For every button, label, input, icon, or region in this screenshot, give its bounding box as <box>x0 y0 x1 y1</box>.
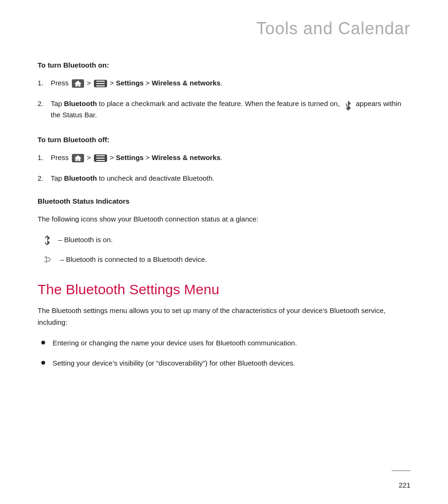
bt-on-icon <box>42 235 53 245</box>
step-off-2-content: Tap Bluetooth to uncheck and deactivate … <box>51 173 410 184</box>
settings-label: Settings <box>116 79 144 87</box>
bullet-dot-1 <box>41 341 45 344</box>
turn-off-step-1: 1. Press > > Settings > Wireless & <box>38 152 410 163</box>
settings-label-2: Settings <box>116 153 144 161</box>
svg-point-12 <box>48 260 50 261</box>
bluetooth-label-1: Bluetooth <box>64 99 97 107</box>
bottom-line <box>392 470 410 471</box>
svg-rect-2 <box>96 85 105 86</box>
svg-point-10 <box>48 257 50 259</box>
status-indicators-intro: The following icons show your Bluetooth … <box>38 214 410 225</box>
bt-connected-label: – Bluetooth is connected to a Bluetooth … <box>60 255 207 263</box>
page-number: 221 <box>399 481 410 489</box>
settings-menu-body: The Bluetooth settings menu allows you t… <box>38 305 410 328</box>
menu-button-icon-2 <box>94 154 107 162</box>
turn-off-heading: To turn Bluetooth off: <box>38 136 410 144</box>
svg-line-9 <box>45 261 46 263</box>
status-indicators-heading: Bluetooth Status Indicators <box>38 197 410 205</box>
page-title: Tools and Calendar <box>38 19 410 38</box>
bt-on-label: – Bluetooth is on. <box>58 236 113 244</box>
bullet-item-2: Setting your device’s visibility (or “di… <box>38 358 410 369</box>
bullet-text-2: Setting your device’s visibility (or “di… <box>53 358 295 369</box>
turn-off-step-2: 2. Tap Bluetooth to uncheck and deactiva… <box>38 173 410 184</box>
indicator-connected: – Bluetooth is connected to a Bluetooth … <box>38 254 410 265</box>
svg-rect-3 <box>96 155 105 156</box>
bullet-item-1: Entering or changing the name your devic… <box>38 337 410 349</box>
step-off-number-2: 2. <box>38 173 51 184</box>
bluetooth-on-icon <box>343 100 352 108</box>
indicator-on: – Bluetooth is on. <box>38 235 410 245</box>
arrow-2: > <box>87 153 93 161</box>
svg-rect-5 <box>96 160 105 161</box>
turn-on-step-1: 1. Press > > Settings > Wireless & <box>38 77 410 89</box>
bullet-text-1: Entering or changing the name your devic… <box>53 337 297 349</box>
svg-point-11 <box>49 259 51 260</box>
bt-connected-icon <box>41 254 54 265</box>
svg-rect-1 <box>96 83 105 84</box>
bluetooth-label-2: Bluetooth <box>64 174 97 182</box>
svg-line-8 <box>45 256 46 258</box>
status-indicators-list: – Bluetooth is on. – Bluet <box>38 235 410 265</box>
svg-line-7 <box>45 243 47 245</box>
step-1-content: Press > > Settings > Wireless & networks… <box>51 77 410 89</box>
section-status-indicators: Bluetooth Status Indicators The followin… <box>38 197 410 265</box>
bullet-dot-2 <box>41 361 45 365</box>
section-settings-menu: The Bluetooth Settings Menu The Bluetoot… <box>38 282 410 369</box>
svg-rect-4 <box>96 158 105 159</box>
wireless-label: Wireless & networks <box>152 79 221 87</box>
wireless-label-2: Wireless & networks <box>152 153 221 161</box>
arrow-1: > <box>87 79 93 87</box>
svg-line-6 <box>45 236 47 238</box>
svg-rect-0 <box>96 81 105 82</box>
step-2-content: Tap Bluetooth to place a checkmark and a… <box>51 98 410 121</box>
menu-button-icon <box>94 80 107 87</box>
section-turn-on: To turn Bluetooth on: 1. Press > <box>38 61 410 121</box>
settings-menu-bullets: Entering or changing the name your devic… <box>38 337 410 369</box>
section-turn-off: To turn Bluetooth off: 1. Press > <box>38 136 410 184</box>
step-off-1-content: Press > > Settings > Wireless & networks… <box>51 152 410 163</box>
home-button-icon-2 <box>72 154 84 162</box>
step-off-number-1: 1. <box>38 152 51 163</box>
step-number-2: 2. <box>38 98 51 109</box>
turn-on-heading: To turn Bluetooth on: <box>38 61 410 69</box>
step-number-1: 1. <box>38 77 51 89</box>
page-container: Tools and Calendar To turn Bluetooth on:… <box>0 0 448 504</box>
turn-on-step-2: 2. Tap Bluetooth to place a checkmark an… <box>38 98 410 121</box>
home-button-icon <box>72 79 84 88</box>
settings-menu-title: The Bluetooth Settings Menu <box>38 282 410 298</box>
